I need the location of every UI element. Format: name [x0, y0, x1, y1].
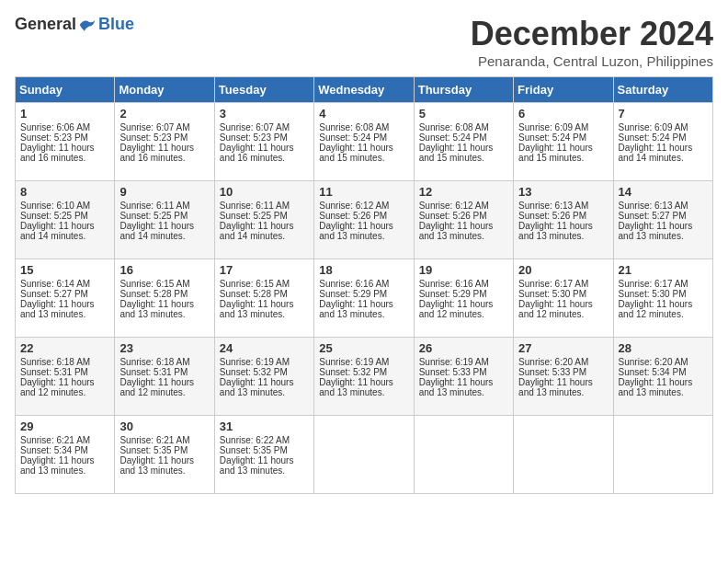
sunrise-label: Sunrise: 6:19 AM: [319, 357, 389, 367]
day-number: 11: [319, 185, 408, 199]
calendar-cell: 16 Sunrise: 6:15 AM Sunset: 5:28 PM Dayl…: [115, 259, 214, 338]
daylight-label: Daylight: 11 hours and 13 minutes.: [220, 455, 294, 476]
sunset-label: Sunset: 5:27 PM: [20, 289, 88, 299]
calendar-cell: 21 Sunrise: 6:17 AM Sunset: 5:30 PM Dayl…: [613, 259, 712, 338]
calendar-cell: 11 Sunrise: 6:12 AM Sunset: 5:26 PM Dayl…: [314, 181, 414, 259]
logo-blue: Blue: [98, 15, 134, 34]
sunrise-label: Sunrise: 6:13 AM: [518, 201, 588, 211]
sunset-label: Sunset: 5:24 PM: [518, 132, 586, 143]
calendar-week-row: 29 Sunrise: 6:21 AM Sunset: 5:34 PM Dayl…: [16, 416, 713, 494]
daylight-label: Daylight: 11 hours and 13 minutes.: [20, 455, 95, 476]
calendar-cell: [613, 416, 712, 494]
daylight-label: Daylight: 11 hours and 13 minutes.: [419, 377, 494, 397]
daylight-label: Daylight: 11 hours and 15 minutes.: [419, 143, 494, 163]
page-header: General Blue December 2024 Penaranda, Ce…: [15, 15, 713, 69]
daylight-label: Daylight: 11 hours and 13 minutes.: [220, 299, 294, 319]
calendar-day-header: Saturday: [613, 77, 712, 103]
day-number: 10: [220, 185, 309, 199]
calendar-cell: 31 Sunrise: 6:22 AM Sunset: 5:35 PM Dayl…: [214, 416, 313, 494]
calendar-cell: 12 Sunrise: 6:12 AM Sunset: 5:26 PM Dayl…: [414, 181, 513, 259]
day-number: 1: [20, 107, 109, 121]
sunset-label: Sunset: 5:26 PM: [319, 211, 387, 221]
calendar-week-row: 8 Sunrise: 6:10 AM Sunset: 5:25 PM Dayli…: [16, 181, 713, 259]
sunrise-label: Sunrise: 6:12 AM: [319, 201, 389, 211]
day-number: 4: [319, 107, 408, 121]
sunrise-label: Sunrise: 6:06 AM: [20, 122, 90, 132]
day-number: 23: [119, 341, 209, 355]
calendar-cell: 1 Sunrise: 6:06 AM Sunset: 5:23 PM Dayli…: [16, 103, 115, 181]
day-number: 5: [419, 107, 508, 121]
calendar-body: 1 Sunrise: 6:06 AM Sunset: 5:23 PM Dayli…: [16, 103, 713, 494]
title-section: December 2024 Penaranda, Central Luzon, …: [471, 15, 713, 69]
daylight-label: Daylight: 11 hours and 13 minutes.: [20, 299, 95, 319]
calendar-cell: 15 Sunrise: 6:14 AM Sunset: 5:27 PM Dayl…: [16, 259, 115, 338]
logo-general: General: [15, 15, 76, 34]
sunset-label: Sunset: 5:24 PM: [419, 132, 487, 143]
daylight-label: Daylight: 11 hours and 13 minutes.: [119, 299, 194, 319]
sunrise-label: Sunrise: 6:09 AM: [518, 122, 588, 132]
sunrise-label: Sunrise: 6:14 AM: [20, 279, 90, 289]
sunrise-label: Sunrise: 6:10 AM: [20, 201, 90, 211]
sunrise-label: Sunrise: 6:21 AM: [119, 435, 189, 445]
sunrise-label: Sunrise: 6:07 AM: [220, 122, 290, 132]
calendar-week-row: 15 Sunrise: 6:14 AM Sunset: 5:27 PM Dayl…: [16, 259, 713, 338]
calendar-cell: [414, 416, 513, 494]
sunset-label: Sunset: 5:31 PM: [119, 367, 188, 377]
day-number: 15: [20, 263, 109, 277]
day-number: 7: [619, 107, 708, 121]
sunrise-label: Sunrise: 6:12 AM: [419, 201, 489, 211]
day-number: 27: [518, 341, 608, 355]
day-number: 18: [319, 263, 408, 277]
sunset-label: Sunset: 5:23 PM: [220, 132, 288, 143]
sunrise-label: Sunrise: 6:17 AM: [518, 279, 588, 289]
calendar-cell: 10 Sunrise: 6:11 AM Sunset: 5:25 PM Dayl…: [214, 181, 313, 259]
sunrise-label: Sunrise: 6:13 AM: [619, 201, 688, 211]
daylight-label: Daylight: 11 hours and 13 minutes.: [619, 377, 693, 397]
sunset-label: Sunset: 5:34 PM: [20, 445, 88, 455]
sunrise-label: Sunrise: 6:20 AM: [518, 357, 588, 367]
daylight-label: Daylight: 11 hours and 13 minutes.: [119, 455, 194, 476]
daylight-label: Daylight: 11 hours and 12 minutes.: [419, 299, 494, 319]
sunset-label: Sunset: 5:26 PM: [518, 211, 586, 221]
calendar-cell: 20 Sunrise: 6:17 AM Sunset: 5:30 PM Dayl…: [514, 259, 613, 338]
calendar-cell: 9 Sunrise: 6:11 AM Sunset: 5:25 PM Dayli…: [115, 181, 214, 259]
calendar-cell: [314, 416, 414, 494]
calendar-cell: 19 Sunrise: 6:16 AM Sunset: 5:29 PM Dayl…: [414, 259, 513, 338]
day-number: 31: [220, 419, 309, 433]
sunset-label: Sunset: 5:32 PM: [319, 367, 387, 377]
logo: General Blue: [15, 15, 134, 34]
day-number: 3: [220, 107, 309, 121]
daylight-label: Daylight: 11 hours and 13 minutes.: [220, 377, 294, 397]
sunset-label: Sunset: 5:32 PM: [220, 367, 288, 377]
day-number: 21: [619, 263, 708, 277]
month-title: December 2024: [471, 15, 713, 53]
sunset-label: Sunset: 5:27 PM: [619, 211, 687, 221]
sunrise-label: Sunrise: 6:21 AM: [20, 435, 90, 445]
daylight-label: Daylight: 11 hours and 16 minutes.: [119, 143, 194, 163]
daylight-label: Daylight: 11 hours and 13 minutes.: [518, 377, 593, 397]
sunset-label: Sunset: 5:30 PM: [619, 289, 687, 299]
day-number: 6: [518, 107, 608, 121]
sunrise-label: Sunrise: 6:08 AM: [319, 122, 389, 132]
sunset-label: Sunset: 5:29 PM: [319, 289, 387, 299]
sunset-label: Sunset: 5:31 PM: [20, 367, 88, 377]
daylight-label: Daylight: 11 hours and 14 minutes.: [119, 221, 194, 241]
sunrise-label: Sunrise: 6:16 AM: [319, 279, 389, 289]
day-number: 17: [220, 263, 309, 277]
day-number: 24: [220, 341, 309, 355]
calendar-week-row: 22 Sunrise: 6:18 AM Sunset: 5:31 PM Dayl…: [16, 338, 713, 416]
daylight-label: Daylight: 11 hours and 12 minutes.: [119, 377, 194, 397]
daylight-label: Daylight: 11 hours and 13 minutes.: [518, 221, 593, 241]
sunset-label: Sunset: 5:24 PM: [619, 132, 687, 143]
day-number: 19: [419, 263, 508, 277]
sunrise-label: Sunrise: 6:22 AM: [220, 435, 290, 445]
sunrise-label: Sunrise: 6:15 AM: [220, 279, 290, 289]
sunset-label: Sunset: 5:24 PM: [319, 132, 387, 143]
sunrise-label: Sunrise: 6:19 AM: [220, 357, 290, 367]
sunrise-label: Sunrise: 6:11 AM: [119, 201, 189, 211]
sunrise-label: Sunrise: 6:07 AM: [119, 122, 189, 132]
calendar-day-header: Wednesday: [314, 77, 414, 103]
sunset-label: Sunset: 5:26 PM: [419, 211, 487, 221]
calendar-cell: 25 Sunrise: 6:19 AM Sunset: 5:32 PM Dayl…: [314, 338, 414, 416]
daylight-label: Daylight: 11 hours and 13 minutes.: [319, 299, 393, 319]
